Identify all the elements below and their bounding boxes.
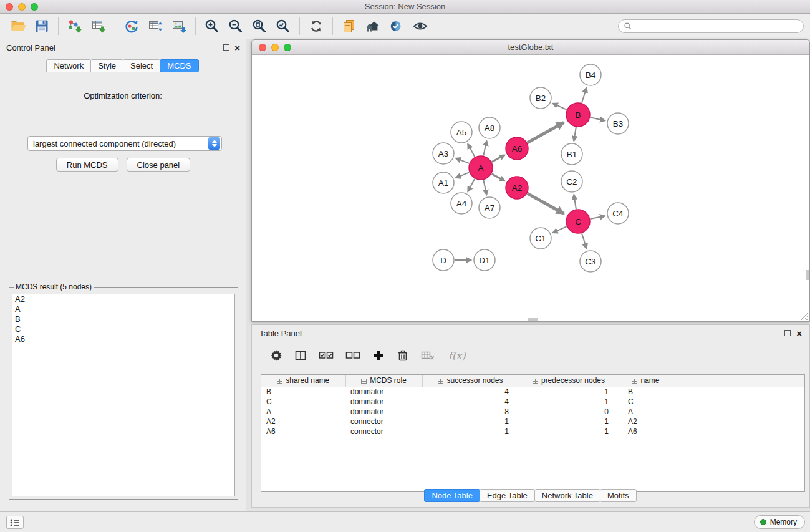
tab-network[interactable]: Network <box>46 59 91 72</box>
zoom-fit-button[interactable] <box>248 16 271 37</box>
zoom-in-button[interactable] <box>200 16 224 37</box>
graph-node-D1[interactable]: D1 <box>474 249 495 271</box>
criterion-dropdown[interactable]: largest connected component (directed) <box>27 136 222 151</box>
graph-edge-A-A1[interactable] <box>455 172 469 178</box>
tab-edge-table[interactable]: Edge Table <box>480 489 535 502</box>
zoom-network-window-button[interactable] <box>284 44 291 51</box>
table-cell[interactable]: A6 <box>619 427 673 437</box>
tab-node-table[interactable]: Node Table <box>424 489 480 502</box>
graph-node-B3[interactable]: B3 <box>607 113 629 134</box>
show-hide-button[interactable] <box>408 16 432 37</box>
graph-node-B[interactable]: B <box>566 103 590 127</box>
graph-edge-B-B4[interactable] <box>582 87 587 103</box>
graph-node-A[interactable]: A <box>469 156 493 180</box>
table-cell[interactable]: dominator <box>345 397 422 407</box>
graph-node-B4[interactable]: B4 <box>580 64 601 85</box>
float-panel-icon[interactable] <box>223 44 229 51</box>
table-cell[interactable]: connector <box>345 417 422 427</box>
run-mcds-button[interactable]: Run MCDS <box>56 158 118 172</box>
tab-mcds[interactable]: MCDS <box>160 59 198 72</box>
table-cell[interactable]: 4 <box>422 397 519 407</box>
graph-edge-A6-B[interactable] <box>528 123 564 143</box>
delete-table-button[interactable] <box>420 349 435 362</box>
mcds-result-item[interactable]: B <box>12 314 234 324</box>
close-table-panel-icon[interactable]: × <box>796 327 802 340</box>
graph-node-A4[interactable]: A4 <box>451 193 472 214</box>
table-cell[interactable]: 0 <box>519 407 619 417</box>
horizontal-scrollbar-mark[interactable] <box>528 318 538 321</box>
network-canvas[interactable]: B4B2BB3B1A5A8A6A3AA1A2C2A4A7C4CC1C3DD1 <box>252 55 809 321</box>
graph-node-C3[interactable]: C3 <box>580 251 601 272</box>
table-cell[interactable]: B <box>619 387 673 397</box>
table-row[interactable]: Bdominator41B <box>261 387 804 397</box>
network-arrow-button[interactable] <box>120 16 143 37</box>
graph-node-C2[interactable]: C2 <box>561 171 582 192</box>
graph-node-B1[interactable]: B1 <box>561 143 582 165</box>
graph-node-A1[interactable]: A1 <box>433 172 454 193</box>
table-cell[interactable]: A <box>261 407 345 417</box>
style-check-button[interactable] <box>385 16 408 37</box>
table-row[interactable]: A6connector11A6 <box>261 427 804 437</box>
table-settings-button[interactable] <box>269 349 283 362</box>
column-header-shared-name[interactable]: shared name <box>261 375 345 387</box>
table-cell[interactable]: A2 <box>619 417 673 427</box>
close-panel-button[interactable]: Close panel <box>127 158 191 172</box>
table-cell[interactable]: C <box>261 397 345 407</box>
add-row-button[interactable] <box>372 349 385 362</box>
column-header-name[interactable]: name <box>619 375 673 387</box>
zoom-window-button[interactable] <box>31 3 38 11</box>
graph-node-C1[interactable]: C1 <box>530 228 551 249</box>
close-panel-icon[interactable]: × <box>234 42 240 54</box>
graph-edge-A2-C[interactable] <box>528 193 564 213</box>
table-arrows-button[interactable] <box>143 16 167 37</box>
search-input[interactable] <box>635 22 798 31</box>
delete-row-button[interactable] <box>396 349 410 362</box>
table-row[interactable]: Adominator80A <box>261 407 804 417</box>
table-cell[interactable]: 1 <box>422 427 519 437</box>
table-cell[interactable]: 1 <box>519 387 619 397</box>
import-table-button[interactable] <box>87 16 110 37</box>
documents-button[interactable] <box>337 16 361 37</box>
table-cell[interactable]: 1 <box>519 427 619 437</box>
graph-edge-B-B1[interactable] <box>574 127 576 142</box>
graph-edge-C-C1[interactable] <box>552 226 567 233</box>
graph-node-A7[interactable]: A7 <box>479 197 500 218</box>
tab-select[interactable]: Select <box>123 59 160 72</box>
graph-node-C4[interactable]: C4 <box>607 203 629 224</box>
graph-edge-A-A6[interactable] <box>492 155 505 162</box>
table-cell[interactable]: A2 <box>261 417 345 427</box>
table-cell[interactable]: 8 <box>422 407 519 417</box>
graph-edge-A-A3[interactable] <box>456 158 470 163</box>
graph-edge-A-A2[interactable] <box>492 174 505 181</box>
minimize-network-window-button[interactable] <box>271 44 279 51</box>
mcds-result-item[interactable]: A6 <box>12 334 234 344</box>
close-window-button[interactable] <box>6 3 13 11</box>
show-columns-button[interactable] <box>294 349 307 362</box>
function-builder-button[interactable]: f(x) <box>448 350 465 362</box>
close-network-window-button[interactable] <box>259 44 266 51</box>
tab-network-table[interactable]: Network Table <box>534 489 600 502</box>
table-cell[interactable]: 1 <box>519 417 619 427</box>
graph-node-B2[interactable]: B2 <box>530 87 551 109</box>
table-cell[interactable]: B <box>261 387 345 397</box>
mcds-result-item[interactable]: A <box>12 304 234 314</box>
graph-edge-A-A5[interactable] <box>468 143 475 157</box>
table-cell[interactable]: dominator <box>345 407 422 417</box>
minimize-window-button[interactable] <box>18 3 26 11</box>
graph-edge-C-C3[interactable] <box>582 233 587 249</box>
table-cell[interactable]: C <box>619 397 673 407</box>
tab-motifs[interactable]: Motifs <box>600 489 637 502</box>
import-network-button[interactable] <box>63 16 87 37</box>
graph-node-D[interactable]: D <box>433 249 454 271</box>
home-button[interactable] <box>361 16 385 37</box>
table-cell[interactable]: dominator <box>345 387 422 397</box>
mcds-result-item[interactable]: C <box>12 324 234 334</box>
graph-node-A8[interactable]: A8 <box>479 117 500 138</box>
table-row[interactable]: A2connector11A2 <box>261 417 804 427</box>
graph-edge-B-B3[interactable] <box>591 117 605 120</box>
select-all-button[interactable] <box>318 349 334 362</box>
zoom-selected-button[interactable] <box>271 16 295 37</box>
graph-edge-A-A8[interactable] <box>483 141 486 156</box>
network-window-titlebar[interactable]: testGlobe.txt <box>252 40 809 55</box>
task-history-button[interactable] <box>6 516 24 529</box>
